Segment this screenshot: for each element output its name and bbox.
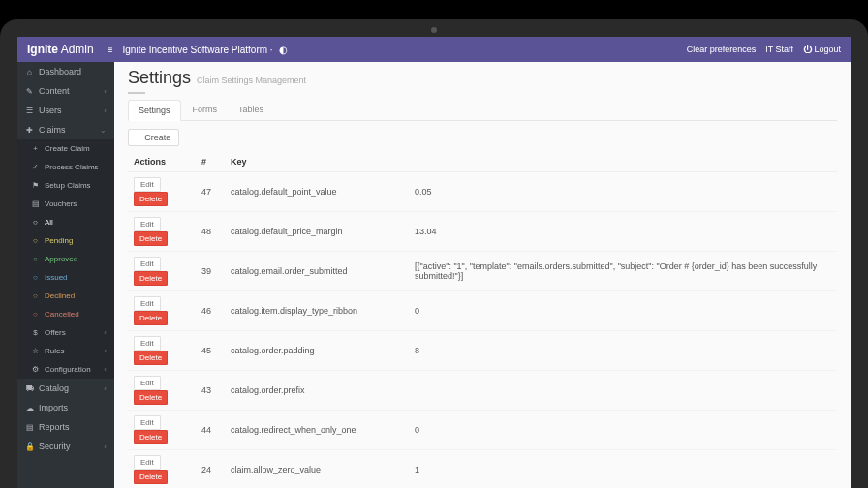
cell-num: 39 [196,252,225,291]
cell-value: 13.04 [409,212,837,252]
cell-num: 24 [196,450,225,489]
cell-value: 1 [409,450,837,489]
sidebar-item-pending[interactable]: ○Pending [17,231,114,250]
cell-value [409,371,837,411]
tab-forms[interactable]: Forms [183,100,228,120]
cell-value: [{"active": "1", "template": "emails.ord… [409,252,837,291]
plus-icon: + [137,133,141,142]
sidebar: ⌂Dashboard ✎Content‹ ☰Users‹ ✚Claims⌄ +C… [17,62,114,488]
cell-num: 43 [196,371,225,411]
sidebar-item-declined[interactable]: ○Declined [17,287,114,305]
sidebar-item-catalog[interactable]: ⛟Catalog‹ [17,379,114,398]
cell-value: 0 [409,291,837,331]
create-button[interactable]: +Create [128,129,179,146]
edit-button[interactable]: Edit [134,296,161,311]
menu-toggle-icon[interactable]: ≡ [108,45,113,55]
edit-button[interactable]: Edit [134,455,161,470]
claims-icon: ✚ [25,126,34,135]
cell-key: catalog.order.prefix [225,371,409,411]
th-value [409,152,837,172]
cell-key: catalog.default_point_value [225,172,409,212]
th-key: Key [225,152,409,172]
imports-icon: ☁ [25,404,34,412]
staff-link[interactable]: IT Staff [765,45,793,54]
sidebar-item-setup-claims[interactable]: ⚑Setup Claims [17,176,114,195]
table-row: EditDelete24claim.allow_zero_value1 [128,450,837,489]
power-icon: ⏻ [803,45,812,54]
tabs: Settings Forms Tables [128,100,837,121]
chevron-left-icon: ‹ [104,107,107,115]
edit-button[interactable]: Edit [134,257,161,271]
tab-tables[interactable]: Tables [229,100,273,120]
delete-button[interactable]: Delete [134,470,168,484]
cell-value: 8 [409,331,837,371]
lock-icon: 🔒 [25,442,34,451]
table-row: EditDelete45catalog.order.padding8 [128,331,837,371]
table-row: EditDelete44catalog.redirect_when_only_o… [128,411,837,450]
page-title: Settings [128,68,191,88]
sidebar-item-security[interactable]: 🔒Security‹ [17,437,114,456]
catalog-icon: ⛟ [25,384,34,393]
cell-key: catalog.default_price_margin [225,212,409,252]
cell-key: catalog.item.display_type_ribbon [225,291,409,331]
cell-value: 0.05 [409,172,837,212]
topbar: Ignite Admin ≡ Ignite Incentive Software… [17,37,851,62]
delete-button[interactable]: Delete [134,231,168,246]
sidebar-item-content[interactable]: ✎Content‹ [17,81,114,101]
reports-icon: ▤ [25,423,34,432]
sidebar-item-vouchers[interactable]: ▤Vouchers [17,195,114,213]
th-num: # [196,152,225,172]
main-content: Settings Claim Settings Management Setti… [114,62,851,488]
table-row: EditDelete39catalog.email.order_submitte… [128,252,837,291]
sidebar-item-reports[interactable]: ▤Reports [17,417,114,437]
edit-button[interactable]: Edit [134,177,161,192]
sidebar-item-all[interactable]: ○All [17,213,114,231]
page-subtitle: Claim Settings Management [197,76,306,85]
cell-num: 46 [196,291,225,331]
table-row: EditDelete47catalog.default_point_value0… [128,172,837,212]
settings-table: Actions # Key EditDelete47catalog.defaul… [128,152,837,488]
sidebar-item-approved[interactable]: ○Approved [17,250,114,268]
delete-button[interactable]: Delete [134,192,168,206]
cell-key: catalog.email.order_submitted [225,252,409,291]
sidebar-item-issued[interactable]: ○Issued [17,268,114,287]
edit-button[interactable]: Edit [134,376,161,390]
tab-settings[interactable]: Settings [128,100,181,121]
cell-num: 45 [196,331,225,371]
delete-button[interactable]: Delete [134,311,168,325]
clear-preferences-link[interactable]: Clear preferences [687,45,757,54]
sidebar-item-cancelled[interactable]: ○Cancelled [17,305,114,323]
cell-value: 0 [409,411,837,450]
chevron-down-icon: ⌄ [100,126,107,135]
cell-num: 44 [196,411,225,450]
sidebar-item-claims[interactable]: ✚Claims⌄ [17,120,114,139]
users-icon: ☰ [25,107,34,115]
delete-button[interactable]: Delete [134,430,168,444]
sidebar-item-create-claim[interactable]: +Create Claim [17,139,114,158]
table-row: EditDelete48catalog.default_price_margin… [128,212,837,252]
delete-button[interactable]: Delete [134,351,168,365]
sidebar-item-process-claims[interactable]: ✓Process Claims [17,158,114,176]
delete-button[interactable]: Delete [134,271,168,286]
delete-button[interactable]: Delete [134,390,168,405]
edit-button[interactable]: Edit [134,217,161,231]
globe-icon[interactable]: ◐ [279,45,288,55]
content-icon: ✎ [25,87,34,96]
cell-num: 47 [196,172,225,212]
edit-button[interactable]: Edit [134,336,161,351]
dashboard-icon: ⌂ [25,68,34,76]
edit-button[interactable]: Edit [134,415,161,430]
sidebar-item-imports[interactable]: ☁Imports [17,398,114,417]
platform-name: Ignite Incentive Software Platform · ◐ [123,45,289,55]
table-row: EditDelete43catalog.order.prefix [128,371,837,411]
logout-link[interactable]: ⏻ Logout [803,45,841,54]
sidebar-item-rules[interactable]: ☆Rules‹ [17,342,114,360]
cell-key: catalog.order.padding [225,331,409,371]
sidebar-item-users[interactable]: ☰Users‹ [17,101,114,120]
cell-num: 48 [196,212,225,252]
sidebar-item-configuration[interactable]: ⚙Configuration‹ [17,360,114,379]
brand: Ignite Admin [27,43,94,56]
sidebar-item-offers[interactable]: $Offers‹ [17,323,114,342]
sidebar-claims-submenu: +Create Claim ✓Process Claims ⚑Setup Cla… [17,139,114,379]
sidebar-item-dashboard[interactable]: ⌂Dashboard [17,62,114,81]
